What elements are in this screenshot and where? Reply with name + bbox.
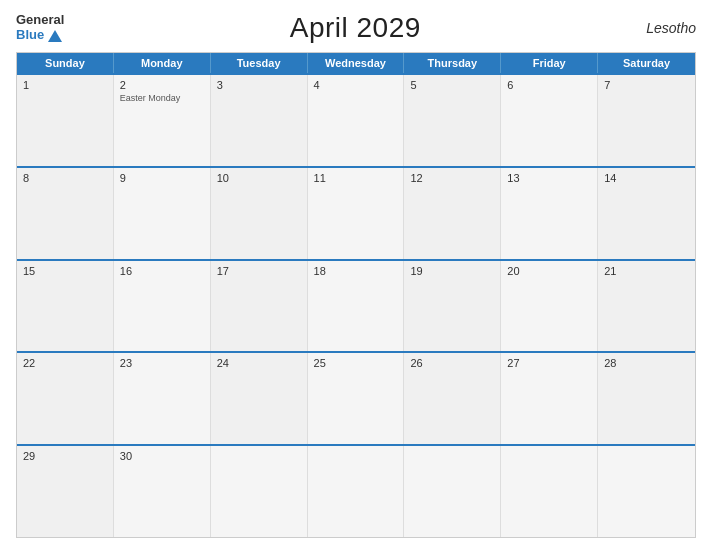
cal-cell-0-3: 4 — [308, 75, 405, 166]
day-number: 26 — [410, 357, 494, 369]
cal-cell-4-6 — [598, 446, 695, 537]
week-row-4: 22232425262728 — [17, 351, 695, 444]
day-number: 9 — [120, 172, 204, 184]
day-number: 4 — [314, 79, 398, 91]
cal-cell-3-0: 22 — [17, 353, 114, 444]
cal-cell-3-4: 26 — [404, 353, 501, 444]
cal-cell-1-3: 11 — [308, 168, 405, 259]
cal-cell-1-6: 14 — [598, 168, 695, 259]
cal-cell-1-4: 12 — [404, 168, 501, 259]
cal-cell-2-2: 17 — [211, 261, 308, 352]
day-number: 10 — [217, 172, 301, 184]
calendar: Sunday Monday Tuesday Wednesday Thursday… — [16, 52, 696, 538]
calendar-title: April 2029 — [290, 12, 421, 44]
cal-cell-3-1: 23 — [114, 353, 211, 444]
day-number: 24 — [217, 357, 301, 369]
day-number: 1 — [23, 79, 107, 91]
holiday-label: Easter Monday — [120, 93, 204, 104]
cal-cell-0-4: 5 — [404, 75, 501, 166]
col-sunday: Sunday — [17, 53, 114, 73]
day-number: 15 — [23, 265, 107, 277]
day-number: 6 — [507, 79, 591, 91]
day-number: 7 — [604, 79, 689, 91]
day-number: 8 — [23, 172, 107, 184]
day-number: 13 — [507, 172, 591, 184]
cal-cell-3-2: 24 — [211, 353, 308, 444]
cal-cell-0-6: 7 — [598, 75, 695, 166]
col-friday: Friday — [501, 53, 598, 73]
day-number: 21 — [604, 265, 689, 277]
day-number: 27 — [507, 357, 591, 369]
cal-cell-0-1: 2Easter Monday — [114, 75, 211, 166]
day-number: 14 — [604, 172, 689, 184]
day-number: 23 — [120, 357, 204, 369]
calendar-body: 12Easter Monday3456789101112131415161718… — [17, 73, 695, 537]
svg-marker-0 — [48, 30, 62, 42]
cal-cell-2-1: 16 — [114, 261, 211, 352]
cal-cell-3-3: 25 — [308, 353, 405, 444]
day-number: 30 — [120, 450, 204, 462]
logo: General Blue — [16, 13, 64, 44]
cal-cell-1-0: 8 — [17, 168, 114, 259]
logo-blue-text: Blue — [16, 28, 44, 41]
cal-cell-0-2: 3 — [211, 75, 308, 166]
col-tuesday: Tuesday — [211, 53, 308, 73]
cal-cell-3-5: 27 — [501, 353, 598, 444]
col-saturday: Saturday — [598, 53, 695, 73]
day-number: 17 — [217, 265, 301, 277]
logo-triangle-icon — [46, 26, 64, 44]
day-number: 19 — [410, 265, 494, 277]
day-number: 3 — [217, 79, 301, 91]
cal-cell-1-2: 10 — [211, 168, 308, 259]
day-number: 29 — [23, 450, 107, 462]
col-wednesday: Wednesday — [308, 53, 405, 73]
cal-cell-2-3: 18 — [308, 261, 405, 352]
week-row-1: 12Easter Monday34567 — [17, 73, 695, 166]
logo-general-text: General — [16, 13, 64, 26]
day-number: 11 — [314, 172, 398, 184]
cal-cell-3-6: 28 — [598, 353, 695, 444]
week-row-2: 891011121314 — [17, 166, 695, 259]
day-number: 20 — [507, 265, 591, 277]
day-number: 5 — [410, 79, 494, 91]
cal-cell-2-0: 15 — [17, 261, 114, 352]
cal-cell-4-5 — [501, 446, 598, 537]
cal-cell-4-2 — [211, 446, 308, 537]
cal-cell-1-5: 13 — [501, 168, 598, 259]
day-number: 25 — [314, 357, 398, 369]
cal-cell-4-4 — [404, 446, 501, 537]
col-monday: Monday — [114, 53, 211, 73]
week-row-3: 15161718192021 — [17, 259, 695, 352]
week-row-5: 2930 — [17, 444, 695, 537]
cal-cell-4-3 — [308, 446, 405, 537]
day-number: 2 — [120, 79, 204, 91]
day-number: 18 — [314, 265, 398, 277]
day-number: 12 — [410, 172, 494, 184]
country-label: Lesotho — [646, 20, 696, 36]
cal-cell-2-5: 20 — [501, 261, 598, 352]
day-number: 16 — [120, 265, 204, 277]
calendar-header-row: Sunday Monday Tuesday Wednesday Thursday… — [17, 53, 695, 73]
cal-cell-2-4: 19 — [404, 261, 501, 352]
cal-cell-4-1: 30 — [114, 446, 211, 537]
cal-cell-1-1: 9 — [114, 168, 211, 259]
cal-cell-2-6: 21 — [598, 261, 695, 352]
cal-cell-0-0: 1 — [17, 75, 114, 166]
col-thursday: Thursday — [404, 53, 501, 73]
day-number: 28 — [604, 357, 689, 369]
cal-cell-4-0: 29 — [17, 446, 114, 537]
day-number: 22 — [23, 357, 107, 369]
cal-cell-0-5: 6 — [501, 75, 598, 166]
